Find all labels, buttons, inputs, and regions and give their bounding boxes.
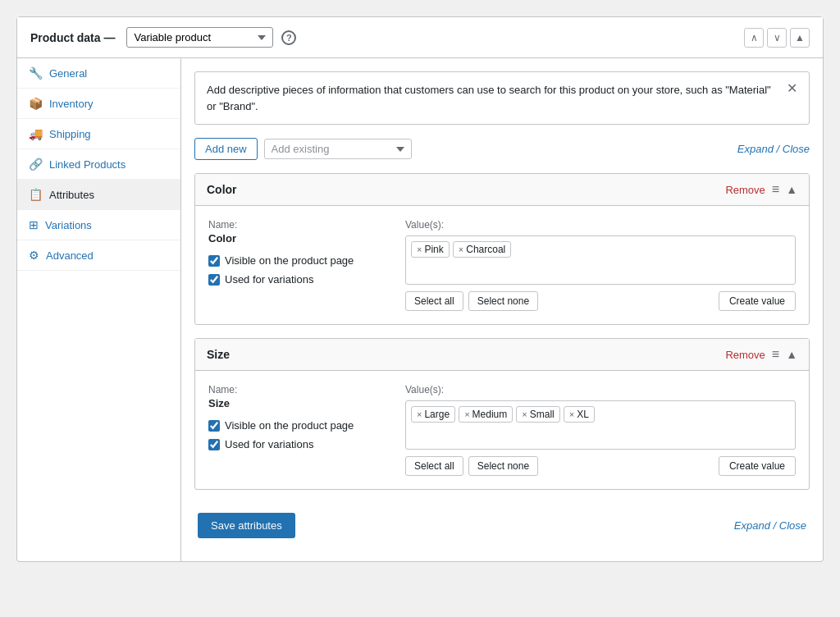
attribute-right-size: Value(s): × Large × Medium ×: [405, 384, 796, 476]
collapse-down-button[interactable]: ∨: [767, 28, 787, 48]
toolbar-left: Add new Add existing: [194, 138, 412, 160]
color-values-actions-left: Select all Select none: [405, 291, 538, 311]
attribute-body-size: Name: Size Visible on the product page U…: [195, 371, 809, 489]
remove-color-link[interactable]: Remove: [725, 184, 765, 196]
attribute-header-size: Size Remove ≡ ▲: [195, 339, 809, 371]
header-controls: ∧ ∨ ▲: [744, 28, 810, 48]
size-values-actions: Select all Select none Create value: [405, 456, 796, 476]
expand-button[interactable]: ▲: [790, 28, 810, 48]
sidebar-item-label: Attributes: [49, 189, 94, 201]
list-icon: 📋: [29, 188, 43, 201]
size-values-input[interactable]: × Large × Medium × Small: [405, 400, 796, 450]
sidebar-item-attributes[interactable]: 📋 Attributes: [17, 180, 180, 210]
size-name-value: Size: [208, 397, 389, 409]
color-values-label: Value(s):: [405, 219, 796, 231]
sidebar-item-label: Advanced: [46, 249, 94, 262]
create-value-size-button[interactable]: Create value: [719, 456, 796, 476]
size-tag-large: × Large: [411, 406, 455, 423]
product-type-select[interactable]: Variable product Simple product Grouped …: [126, 27, 273, 48]
size-tag-medium: × Medium: [459, 406, 513, 423]
drag-handle-color[interactable]: ≡: [772, 182, 779, 197]
used-for-variations-row-size: Used for variations: [208, 438, 389, 450]
size-tag-small: × Small: [516, 406, 559, 423]
color-tag-pink-label: Pink: [424, 244, 443, 255]
info-banner-text: Add descriptive pieces of information th…: [207, 82, 778, 114]
size-tag-medium-label: Medium: [472, 409, 508, 420]
select-none-color-button[interactable]: Select none: [468, 291, 538, 311]
remove-large-icon[interactable]: ×: [417, 409, 422, 419]
remove-medium-icon[interactable]: ×: [464, 409, 469, 419]
add-new-button[interactable]: Add new: [194, 138, 258, 160]
remove-xl-icon[interactable]: ×: [569, 409, 574, 419]
visible-on-page-label-color: Visible on the product page: [225, 254, 354, 267]
help-icon[interactable]: ?: [281, 30, 296, 45]
sidebar-item-linked-products[interactable]: 🔗 Linked Products: [17, 149, 180, 180]
color-tag-charcoal: × Charcoal: [453, 241, 511, 258]
size-tag-xl: × XL: [564, 406, 595, 423]
attribute-header-controls-color: Remove ≡ ▲: [725, 182, 797, 197]
select-none-size-button[interactable]: Select none: [468, 456, 538, 476]
attribute-header-controls-size: Remove ≡ ▲: [725, 347, 797, 362]
create-value-color-button[interactable]: Create value: [719, 291, 796, 311]
save-attributes-button[interactable]: Save attributes: [198, 513, 295, 538]
visible-on-page-checkbox-size[interactable]: [208, 420, 220, 432]
size-tag-xl-label: XL: [577, 409, 589, 420]
used-for-variations-checkbox-color[interactable]: [208, 274, 220, 286]
collapse-color-button[interactable]: ▲: [786, 183, 797, 196]
color-name-label: Name:: [208, 219, 389, 231]
sidebar: 🔧 General 📦 Inventory 🚚 Shipping 🔗 Linke…: [17, 58, 181, 561]
main-layout: 🔧 General 📦 Inventory 🚚 Shipping 🔗 Linke…: [17, 58, 823, 561]
used-for-variations-row-color: Used for variations: [208, 273, 389, 286]
size-name-label: Name:: [208, 384, 389, 395]
save-area: Save attributes Expand / Close: [194, 503, 810, 548]
sidebar-item-label: Inventory: [49, 98, 93, 110]
collapse-size-button[interactable]: ▲: [786, 348, 797, 361]
expand-close-link-bottom[interactable]: Expand / Close: [734, 519, 806, 532]
box-icon: 📦: [29, 97, 43, 110]
attribute-body-color: Name: Color Visible on the product page …: [195, 206, 809, 324]
sidebar-item-variations[interactable]: ⊞ Variations: [17, 210, 180, 240]
size-attribute-name: Size: [207, 348, 230, 361]
sidebar-item-inventory[interactable]: 📦 Inventory: [17, 89, 180, 119]
remove-size-link[interactable]: Remove: [725, 349, 765, 361]
collapse-up-button[interactable]: ∧: [744, 28, 764, 48]
visible-on-page-label-size: Visible on the product page: [225, 419, 354, 432]
drag-handle-size[interactable]: ≡: [772, 347, 779, 362]
size-tag-large-label: Large: [424, 409, 450, 420]
color-name-value: Color: [208, 232, 389, 245]
visible-on-page-row-color: Visible on the product page: [208, 254, 389, 267]
sidebar-item-label: General: [49, 67, 87, 80]
info-banner: Add descriptive pieces of information th…: [194, 71, 810, 125]
add-existing-select[interactable]: Add existing: [264, 139, 412, 159]
visible-on-page-checkbox-color[interactable]: [208, 255, 220, 267]
select-all-color-button[interactable]: Select all: [405, 291, 463, 311]
attribute-block-size: Size Remove ≡ ▲ Name: Size Visible on th…: [194, 338, 810, 490]
remove-pink-icon[interactable]: ×: [417, 245, 422, 254]
remove-charcoal-icon[interactable]: ×: [459, 245, 463, 254]
used-for-variations-label-size: Used for variations: [225, 438, 313, 450]
attribute-left-color: Name: Color Visible on the product page …: [208, 219, 389, 311]
content-area: Add descriptive pieces of information th…: [181, 58, 823, 561]
size-values-actions-left: Select all Select none: [405, 456, 538, 476]
color-attribute-name: Color: [207, 183, 237, 196]
sidebar-item-general[interactable]: 🔧 General: [17, 58, 180, 89]
color-values-actions: Select all Select none Create value: [405, 291, 796, 311]
attribute-right-color: Value(s): × Pink × Charcoal: [405, 219, 796, 311]
remove-small-icon[interactable]: ×: [522, 409, 527, 419]
sidebar-item-advanced[interactable]: ⚙ Advanced: [17, 240, 180, 271]
wrench-icon: 🔧: [29, 66, 43, 80]
close-banner-button[interactable]: ✕: [787, 82, 797, 95]
attribute-left-size: Name: Size Visible on the product page U…: [208, 384, 389, 476]
used-for-variations-checkbox-size[interactable]: [208, 439, 220, 450]
size-values-label: Value(s):: [405, 384, 796, 395]
truck-icon: 🚚: [29, 127, 43, 140]
sidebar-item-shipping[interactable]: 🚚 Shipping: [17, 119, 180, 149]
expand-close-link-top[interactable]: Expand / Close: [737, 143, 810, 155]
sidebar-item-label: Variations: [45, 219, 92, 231]
color-values-input[interactable]: × Pink × Charcoal: [405, 235, 796, 285]
product-data-header: Product data — Variable product Simple p…: [17, 17, 823, 58]
color-tag-charcoal-label: Charcoal: [466, 244, 505, 255]
sidebar-item-label: Linked Products: [49, 158, 126, 171]
attribute-block-color: Color Remove ≡ ▲ Name: Color Visible on …: [194, 173, 810, 325]
select-all-size-button[interactable]: Select all: [405, 456, 463, 476]
